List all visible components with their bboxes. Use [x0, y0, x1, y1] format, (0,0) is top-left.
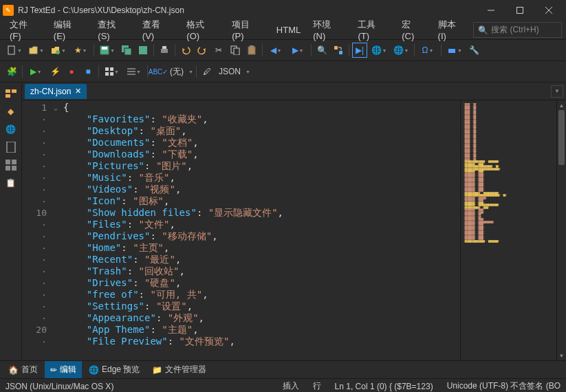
menu-edit[interactable]: 编辑 (E) [48, 16, 91, 44]
menu-env[interactable]: 环境 (N) [307, 16, 351, 44]
open-folder-button[interactable]: ▼ [48, 43, 69, 58]
status-encoding[interactable]: Unicode (UTF-8) 不含签名 (BO [447, 380, 560, 392]
svg-rect-17 [334, 46, 338, 50]
favorites-button[interactable]: ★▼ [70, 43, 91, 58]
menu-view[interactable]: 查看 (V) [137, 16, 180, 44]
web-button[interactable]: 🌐▼ [369, 43, 389, 58]
vertical-scrollbar[interactable]: ▲ ▼ [556, 100, 566, 360]
tab-close-icon[interactable]: ✕ [75, 87, 81, 96]
back-button[interactable]: ◀▼ [265, 43, 286, 58]
workspace: ◆ 🌐 📋 zh-CN.json ✕ ▼ 1········10········… [0, 83, 566, 360]
fold-column[interactable]: ⌄ [51, 100, 61, 360]
toolbar-main: ▼ ▼ ▼ ★▼ ▼ ✂ ◀▼ ▶▼ 🔍 ▶| 🌐▼ 🌐▼ Ω▼ ▼ 🔧 [0, 40, 566, 61]
status-syntax[interactable]: JSON (Unix/Linux/Mac OS X) [6, 382, 113, 391]
search-box[interactable]: 🔍 搜索 (Ctrl+H) [473, 22, 562, 38]
print2-button[interactable]: ▼ [444, 43, 465, 58]
scroll-up-icon[interactable]: ▲ [557, 100, 566, 110]
tab-edit[interactable]: ✏编辑 [45, 361, 82, 378]
scroll-down-icon[interactable]: ▼ [557, 351, 566, 360]
list-button[interactable]: ▼ [124, 64, 144, 79]
save-copy-button[interactable] [135, 43, 151, 58]
menu-tools[interactable]: 工具 (T) [352, 16, 395, 44]
record-button[interactable]: ● [64, 64, 79, 79]
browser-button[interactable]: ▶| [352, 43, 367, 58]
svg-rect-20 [105, 67, 109, 71]
main-area: zh-CN.json ✕ ▼ 1········10·········20· ⌄… [22, 83, 566, 360]
syntax-lang[interactable]: JSON [216, 67, 243, 76]
save-button[interactable]: ▼ [97, 43, 118, 58]
tab-file-manager[interactable]: 📁文件管理器 [146, 361, 212, 378]
wrench-button[interactable]: 🔧 [466, 43, 481, 58]
svg-rect-29 [6, 94, 10, 98]
stop-button[interactable]: ■ [80, 64, 96, 79]
menu-file[interactable]: 文件 (F) [4, 16, 47, 44]
marker-icon[interactable]: ◆ [4, 105, 18, 118]
run-button[interactable]: ▶▼ [25, 64, 46, 79]
close-button[interactable] [534, 1, 563, 20]
app-icon: ✎ [3, 5, 14, 16]
menu-script[interactable]: 脚本 (I) [433, 16, 472, 44]
svg-rect-31 [6, 160, 10, 164]
tab-overflow-button[interactable]: ▼ [551, 85, 563, 98]
explorer-icon[interactable] [4, 87, 18, 100]
globe-icon[interactable]: 🌐 [4, 122, 18, 136]
code-content[interactable]: { "Favorites": "收藏夹", "Desktop": "桌面", "… [61, 100, 460, 360]
highlighter-button[interactable]: 🖊 [199, 64, 215, 79]
edge-icon: 🌐 [89, 365, 99, 375]
save-all-button[interactable] [119, 43, 134, 58]
find-button[interactable]: 🔍 [314, 43, 329, 58]
undo-button[interactable] [178, 43, 193, 58]
status-position[interactable]: Ln 1, Col 1 (0) { ($7B=123) [335, 382, 433, 391]
code-editor[interactable]: 1········10·········20· ⌄ { "Favorites":… [22, 100, 460, 360]
svg-rect-7 [102, 47, 107, 50]
menu-search[interactable]: 查找 (S) [92, 16, 135, 44]
spellcheck-button[interactable]: ABC✓ [151, 64, 166, 79]
forward-button[interactable]: ▶▼ [287, 43, 308, 58]
copy-button[interactable] [228, 43, 243, 58]
omega-button[interactable]: Ω▼ [417, 43, 438, 58]
svg-rect-10 [139, 46, 147, 54]
menu-html[interactable]: HTML [271, 22, 306, 38]
replace-button[interactable] [331, 43, 346, 58]
clipboard-icon[interactable]: 📋 [4, 176, 18, 190]
menu-format[interactable]: 格式 (O) [181, 16, 225, 44]
svg-rect-33 [6, 166, 10, 171]
svg-rect-23 [110, 72, 113, 76]
scroll-thumb[interactable] [558, 110, 565, 165]
svg-rect-1 [517, 8, 523, 14]
spellcheck-lang[interactable]: (无) [167, 66, 186, 78]
search-placeholder: 搜索 (Ctrl+H) [491, 24, 539, 36]
print-button[interactable] [157, 43, 172, 58]
open-file-button[interactable]: ▼ [26, 43, 47, 58]
menu-macro[interactable]: 宏 (C) [396, 16, 431, 44]
minimize-button[interactable] [477, 1, 505, 20]
menu-project[interactable]: 项目 (P) [226, 16, 270, 44]
tab-bar: zh-CN.json ✕ ▼ [22, 83, 566, 100]
minimap[interactable]: "████" "██""████" "██""████" "██""████" … [460, 100, 556, 360]
status-insert[interactable]: 插入 [283, 380, 299, 392]
document-icon[interactable] [4, 140, 18, 154]
tab-edge-preview[interactable]: 🌐Edge 预览 [83, 361, 145, 378]
redo-button[interactable] [195, 43, 210, 58]
svg-rect-4 [8, 46, 14, 54]
svg-rect-19 [448, 49, 455, 53]
tab-home[interactable]: 🏠首页 [3, 361, 43, 378]
svg-rect-18 [339, 51, 342, 54]
web2-button[interactable]: 🌐▼ [391, 43, 411, 58]
window-title: RJ TextEd - C:\Users\XU\Desktop\zh-CN.js… [18, 6, 477, 15]
files-icon[interactable] [4, 158, 18, 172]
file-tab[interactable]: zh-CN.json ✕ [25, 84, 87, 99]
svg-rect-22 [105, 72, 109, 76]
left-sidebar: ◆ 🌐 📋 [0, 83, 22, 360]
svg-rect-28 [12, 89, 17, 93]
bolt-button[interactable]: ⚡ [47, 64, 63, 79]
puzzle-button[interactable]: 🧩 [4, 64, 19, 79]
new-file-button[interactable]: ▼ [4, 43, 25, 58]
cut-button[interactable]: ✂ [211, 43, 226, 58]
fold-toggle-icon[interactable]: ⌄ [51, 102, 61, 113]
maximize-button[interactable] [505, 1, 534, 20]
svg-rect-27 [6, 89, 10, 93]
paste-button[interactable] [244, 43, 259, 58]
grid-button[interactable]: ▼ [102, 64, 122, 79]
svg-rect-9 [124, 48, 131, 55]
